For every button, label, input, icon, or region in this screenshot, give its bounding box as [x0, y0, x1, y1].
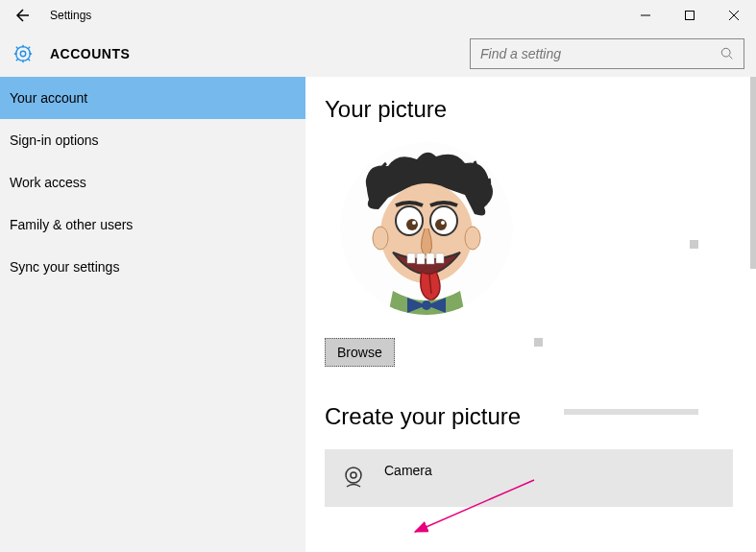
sidebar-item-label: Your account: [10, 90, 87, 106]
svg-point-20: [351, 472, 356, 478]
browse-button[interactable]: Browse: [325, 338, 395, 367]
main-content: Your picture: [305, 77, 756, 552]
svg-rect-15: [436, 253, 444, 263]
minimize-icon: [641, 11, 650, 20]
svg-point-18: [422, 300, 431, 310]
svg-point-9: [435, 219, 447, 230]
svg-point-19: [346, 468, 361, 483]
svg-rect-12: [407, 253, 415, 263]
maximize-icon: [685, 11, 695, 20]
maximize-button[interactable]: [668, 0, 712, 31]
account-picture: [340, 142, 513, 315]
minimize-button[interactable]: [623, 0, 668, 31]
close-icon: [729, 11, 739, 20]
picture-thumbnail-placeholder: [534, 338, 543, 347]
sidebar-item-work-access[interactable]: Work access: [0, 161, 305, 204]
svg-point-3: [721, 48, 730, 57]
sidebar-item-sync-settings[interactable]: Sync your settings: [0, 246, 305, 288]
svg-point-11: [441, 221, 445, 225]
svg-rect-13: [417, 253, 425, 264]
sidebar-item-family-users[interactable]: Family & other users: [0, 204, 305, 246]
camera-tile[interactable]: Camera: [325, 449, 733, 507]
camera-icon: [340, 465, 367, 492]
thumbnail-scrollbar[interactable]: [564, 409, 698, 415]
back-button[interactable]: [0, 0, 46, 31]
svg-point-17: [465, 227, 480, 250]
sidebar-item-label: Sign-in options: [10, 132, 99, 148]
search-input[interactable]: [480, 46, 720, 61]
sidebar-item-your-account[interactable]: Your account: [0, 77, 305, 119]
your-picture-heading: Your picture: [325, 96, 733, 123]
svg-point-1: [20, 51, 26, 57]
search-icon: [720, 47, 734, 60]
browse-label: Browse: [337, 345, 382, 360]
svg-rect-0: [686, 12, 695, 20]
sidebar-item-label: Family & other users: [10, 217, 133, 232]
picture-thumbnail-placeholder: [690, 240, 698, 249]
sidebar-item-label: Sync your settings: [10, 259, 119, 275]
vertical-scrollbar[interactable]: [750, 77, 756, 269]
search-box[interactable]: [470, 38, 744, 69]
svg-point-10: [412, 221, 416, 225]
create-picture-heading: Create your picture: [325, 403, 733, 430]
sidebar-item-signin-options[interactable]: Sign-in options: [0, 119, 305, 161]
svg-rect-14: [427, 253, 434, 264]
svg-point-16: [373, 227, 388, 250]
sidebar: Your account Sign-in options Work access…: [0, 77, 305, 552]
camera-label: Camera: [384, 463, 432, 478]
back-arrow-icon: [15, 8, 31, 23]
sidebar-item-label: Work access: [10, 175, 86, 190]
svg-point-2: [16, 47, 31, 61]
window-title: Settings: [50, 9, 91, 22]
settings-gear-icon[interactable]: [12, 42, 35, 65]
page-title: ACCOUNTS: [50, 46, 130, 61]
close-button[interactable]: [712, 0, 756, 31]
svg-point-8: [406, 219, 418, 230]
